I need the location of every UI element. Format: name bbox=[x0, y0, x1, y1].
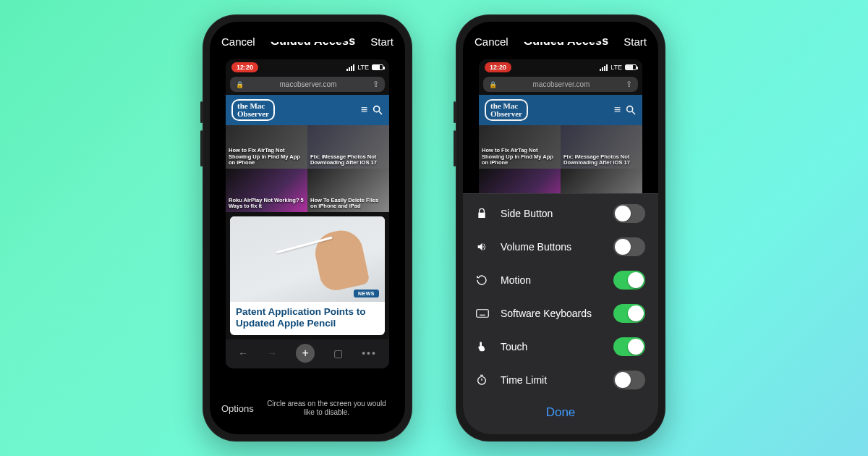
carrier-label: LTE bbox=[357, 64, 369, 71]
battery-icon bbox=[372, 64, 383, 70]
phone-left: Cancel Guided Access Start 12:20 LTE 🔒 m… bbox=[203, 14, 412, 442]
recording-time-badge: 12:20 bbox=[231, 62, 258, 72]
toggle-touch[interactable] bbox=[613, 337, 645, 356]
start-button[interactable]: Start bbox=[370, 35, 393, 48]
footer-hint: Circle areas on the screen you would lik… bbox=[260, 400, 393, 417]
status-bar: 12:20 LTE bbox=[226, 59, 389, 74]
site-header: the Mac Observer ≡ bbox=[479, 95, 642, 125]
status-icons: LTE bbox=[346, 64, 383, 71]
signal-icon bbox=[346, 64, 354, 71]
options-sheet: Side ButtonVolume ButtonsMotionSoftware … bbox=[463, 193, 658, 434]
volume-icon bbox=[476, 241, 490, 253]
touch-icon bbox=[476, 340, 490, 353]
motion-icon bbox=[476, 274, 490, 286]
status-bar: 12:20 LTE bbox=[479, 59, 642, 74]
option-row-keyboard: Software Keyboards bbox=[463, 297, 658, 330]
toggle-lock[interactable] bbox=[613, 204, 645, 223]
options-button[interactable]: Options bbox=[221, 403, 254, 414]
address-bar[interactable]: 🔒 macobserver.com ⇪ bbox=[483, 77, 638, 92]
address-bar[interactable]: 🔒 macobserver.com ⇪ bbox=[230, 77, 385, 92]
timer-icon bbox=[476, 374, 490, 386]
start-button[interactable]: Start bbox=[624, 35, 647, 48]
lock-icon bbox=[476, 208, 490, 219]
svg-rect-4 bbox=[477, 310, 489, 318]
done-button[interactable]: Done bbox=[546, 405, 576, 419]
screen-right: Cancel Guided Access Start 12:20 LTE 🔒 m… bbox=[463, 22, 658, 434]
option-row-motion: Motion bbox=[463, 263, 658, 297]
article-tile[interactable]: How to Fix AirTag Not Showing Up in Find… bbox=[226, 125, 307, 169]
search-icon[interactable] bbox=[372, 104, 383, 116]
article-caption: How To Easily Delete Files on iPhone and… bbox=[310, 198, 386, 210]
site-logo[interactable]: the Mac Observer bbox=[485, 99, 528, 121]
status-icons: LTE bbox=[600, 64, 637, 71]
url-text: macobserver.com bbox=[248, 80, 368, 88]
article-tile[interactable]: Fix: iMessage Photos Not Downloading Aft… bbox=[561, 125, 642, 169]
option-label: Side Button bbox=[501, 208, 603, 219]
option-label: Time Limit bbox=[501, 374, 603, 386]
site-logo[interactable]: the Mac Observer bbox=[231, 99, 275, 121]
more-icon[interactable]: ••• bbox=[362, 347, 377, 359]
recording-time-badge: 12:20 bbox=[485, 62, 511, 72]
new-tab-button[interactable]: + bbox=[296, 344, 315, 363]
svg-point-2 bbox=[627, 106, 633, 112]
option-row-volume: Volume Buttons bbox=[463, 230, 658, 263]
article-caption: Roku AirPlay Not Working? 5 Ways to fix … bbox=[229, 198, 305, 210]
option-label: Software Keyboards bbox=[501, 308, 603, 319]
done-row: Done bbox=[463, 397, 658, 434]
article-caption: Fix: iMessage Photos Not Downloading Aft… bbox=[563, 154, 639, 166]
screen-left: Cancel Guided Access Start 12:20 LTE 🔒 m… bbox=[210, 22, 405, 434]
toggle-motion[interactable] bbox=[613, 271, 645, 290]
guided-access-footer: Options Circle areas on the screen you w… bbox=[210, 394, 405, 428]
article-caption: How to Fix AirTag Not Showing Up in Find… bbox=[229, 148, 305, 166]
article-grid: How to Fix AirTag Not Showing Up in Find… bbox=[226, 125, 389, 212]
svg-line-3 bbox=[632, 111, 635, 114]
menu-icon[interactable]: ≡ bbox=[614, 104, 621, 117]
site-header: the Mac Observer ≡ bbox=[226, 95, 389, 125]
menu-icon[interactable]: ≡ bbox=[361, 104, 367, 117]
carrier-label: LTE bbox=[610, 64, 622, 71]
back-icon[interactable]: ← bbox=[238, 347, 248, 359]
option-row-touch: Touch bbox=[463, 330, 658, 363]
article-tile[interactable]: Fix: iMessage Photos Not Downloading Aft… bbox=[307, 125, 389, 169]
logo-bottom: Observer bbox=[237, 110, 269, 118]
article-tile[interactable]: Roku AirPlay Not Working? 5 Ways to fix … bbox=[226, 169, 307, 212]
phone-right: Cancel Guided Access Start 12:20 LTE 🔒 m… bbox=[456, 14, 665, 442]
option-label: Volume Buttons bbox=[501, 241, 603, 253]
article-tile[interactable]: How to Fix AirTag Not Showing Up in Find… bbox=[479, 125, 561, 169]
featured-image: NEWS bbox=[230, 216, 385, 302]
lock-icon: 🔒 bbox=[489, 81, 497, 88]
option-row-lock: Side Button bbox=[463, 197, 658, 230]
signal-icon bbox=[600, 64, 608, 71]
app-preview: 12:20 LTE 🔒 macobserver.com ⇪ the Mac Ob… bbox=[226, 59, 389, 368]
toggle-keyboard[interactable] bbox=[613, 304, 645, 323]
article-tile[interactable]: How To Easily Delete Files on iPhone and… bbox=[307, 169, 389, 212]
featured-article[interactable]: NEWS Patent Application Points to Update… bbox=[230, 216, 385, 335]
cancel-button[interactable]: Cancel bbox=[475, 35, 509, 48]
article-caption: Fix: iMessage Photos Not Downloading Aft… bbox=[310, 154, 386, 166]
news-badge: NEWS bbox=[354, 290, 379, 297]
safari-toolbar: ← → + ▢ ••• bbox=[226, 339, 389, 368]
lock-icon: 🔒 bbox=[236, 81, 244, 88]
search-icon[interactable] bbox=[625, 104, 637, 116]
article-caption: How to Fix AirTag Not Showing Up in Find… bbox=[482, 148, 558, 166]
featured-headline: Patent Application Points to Updated App… bbox=[230, 302, 385, 335]
option-row-timer: Time Limit bbox=[463, 363, 658, 397]
option-label: Touch bbox=[501, 341, 603, 352]
svg-point-0 bbox=[374, 106, 380, 112]
keyboard-icon bbox=[476, 308, 490, 318]
app-preview: 12:20 LTE 🔒 macobserver.com ⇪ the Mac Ob… bbox=[479, 59, 642, 212]
notch bbox=[514, 22, 608, 42]
share-icon[interactable]: ⇪ bbox=[626, 80, 632, 89]
logo-bottom: Observer bbox=[490, 110, 522, 118]
url-text: macobserver.com bbox=[501, 80, 621, 88]
svg-line-1 bbox=[379, 111, 382, 114]
notch bbox=[260, 22, 354, 42]
toggle-timer[interactable] bbox=[613, 371, 645, 389]
forward-icon[interactable]: → bbox=[267, 347, 277, 359]
option-label: Motion bbox=[501, 274, 603, 286]
battery-icon bbox=[625, 64, 637, 70]
cancel-button[interactable]: Cancel bbox=[221, 35, 255, 48]
toggle-volume[interactable] bbox=[613, 237, 645, 256]
tabs-icon[interactable]: ▢ bbox=[333, 347, 343, 359]
share-icon[interactable]: ⇪ bbox=[373, 80, 379, 89]
